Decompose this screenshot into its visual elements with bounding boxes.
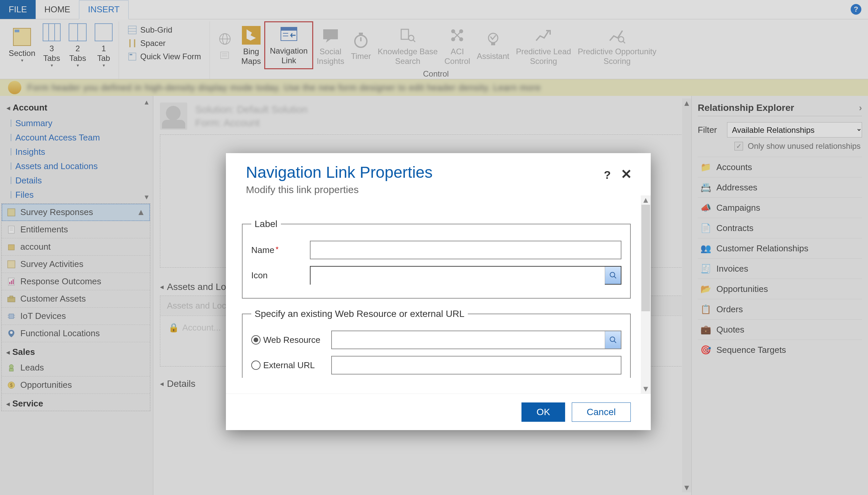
iframe-button[interactable] — [212, 21, 238, 69]
webresource-lookup-button[interactable] — [605, 331, 621, 348]
timer-button[interactable]: Timer — [347, 21, 374, 69]
sidebar-link-files[interactable]: Files — [5, 188, 153, 202]
nav-item-customer-assets[interactable]: Customer Assets — [2, 290, 150, 308]
two-tabs-button[interactable]: 2 Tabs▾ — [65, 21, 91, 68]
nav-item-opportunities[interactable]: $Opportunities — [2, 376, 150, 394]
predictive-lead-button[interactable]: Predictive Lead Scoring — [512, 21, 574, 69]
spacer-button[interactable]: Spacer — [124, 37, 169, 50]
svg-rect-54 — [10, 296, 13, 298]
dialog-close-icon[interactable]: ✕ — [621, 167, 632, 182]
entitlements-icon — [6, 225, 16, 235]
svg-rect-30 — [401, 29, 409, 39]
unused-checkbox[interactable]: ✓ — [734, 142, 743, 151]
ok-button[interactable]: OK — [522, 403, 565, 422]
svg-rect-7 — [95, 24, 112, 41]
sidebar-link-insights[interactable]: Insights — [5, 145, 153, 159]
navigation-link-button[interactable]: Navigation Link — [264, 21, 313, 69]
notes-icon — [215, 51, 234, 61]
quickview-button[interactable]: Quick View Form — [124, 50, 205, 63]
assistant-button[interactable]: Assistant — [474, 21, 512, 69]
rel-item-accounts[interactable]: 📁Accounts — [698, 157, 862, 177]
opportunity-icon: 📂 — [700, 284, 711, 294]
bing-maps-button[interactable]: Bing Maps — [238, 21, 264, 69]
scroll-up-icon[interactable]: ▲ — [142, 98, 151, 106]
sidebar-link-assets[interactable]: Assets and Locations — [5, 159, 153, 173]
rel-item-campaigns[interactable]: 📣Campaigns — [698, 198, 862, 218]
rel-item-sequence-targets[interactable]: 🎯Sequence Targets — [698, 340, 862, 360]
svg-rect-52 — [13, 279, 14, 284]
solution-label: Solution: Default Solution — [195, 104, 308, 115]
scroll-down-icon[interactable]: ▼ — [142, 193, 151, 201]
nav-item-functional-locations[interactable]: Functional Locations — [2, 325, 150, 342]
cancel-button[interactable]: Cancel — [572, 403, 631, 422]
aci-control-button[interactable]: ACI Control — [441, 21, 474, 69]
svg-rect-12 — [134, 39, 135, 47]
kb-search-button[interactable]: Knowledge Base Search — [375, 21, 441, 69]
radio-selected-icon — [251, 335, 261, 344]
dialog-title: Navigation Link Properties — [246, 163, 631, 182]
kb-icon — [398, 25, 417, 45]
svg-rect-26 — [323, 29, 338, 39]
svg-rect-2 — [43, 24, 60, 41]
tab-file[interactable]: FILE — [0, 0, 36, 19]
predictive-opp-button[interactable]: Predictive Opportunity Scoring — [574, 21, 660, 69]
lock-icon: 🔒 — [168, 323, 179, 333]
three-tabs-button[interactable]: 3 Tabs▾ — [39, 21, 65, 68]
form-navigation-sidebar: ▲ Account Summary Account Access Team In… — [0, 96, 153, 495]
webresource-input[interactable] — [332, 331, 605, 348]
nav-item-leads[interactable]: Leads — [2, 359, 150, 376]
svg-line-68 — [614, 341, 616, 343]
leads-icon — [6, 363, 16, 373]
name-input[interactable] — [310, 241, 621, 259]
nav-item-survey-activities[interactable]: Survey Activities — [2, 256, 150, 273]
radio-unselected-icon — [251, 360, 261, 370]
filter-select[interactable]: Available Relationships — [727, 122, 862, 137]
tab-home[interactable]: HOME — [36, 0, 79, 19]
dialog-scrollbar[interactable]: ▲▼ — [641, 195, 651, 393]
external-url-input[interactable] — [332, 357, 621, 374]
rel-item-invoices[interactable]: 🧾Invoices — [698, 258, 862, 279]
svg-line-32 — [413, 40, 415, 42]
rel-item-opportunities[interactable]: 📂Opportunities — [698, 279, 862, 299]
sidebar-entity-title[interactable]: Account — [5, 99, 153, 116]
sidebar-link-access-team[interactable]: Account Access Team — [5, 131, 153, 145]
svg-point-31 — [409, 35, 414, 40]
icon-input[interactable] — [311, 267, 605, 285]
sidebar-link-summary[interactable]: Summary — [5, 116, 153, 131]
tab-insert[interactable]: INSERT — [79, 0, 129, 19]
rel-item-quotes[interactable]: 💼Quotes — [698, 319, 862, 340]
nav-item-account[interactable]: account — [2, 238, 150, 256]
sidebar-link-details[interactable]: Details — [5, 173, 153, 188]
two-tabs-icon — [68, 23, 87, 42]
section-icon — [12, 27, 32, 47]
specify-fieldset: Specify an existing Web Resource or exte… — [242, 309, 631, 378]
rel-item-contracts[interactable]: 📄Contracts — [698, 218, 862, 238]
nav-item-iot-devices[interactable]: IoT Devices — [2, 308, 150, 325]
one-tab-button[interactable]: 1 Tab▾ — [91, 21, 117, 68]
rel-item-addresses[interactable]: 📇Addresses — [698, 177, 862, 198]
external-url-option[interactable]: External URL — [251, 360, 328, 371]
section-button[interactable]: Section▾ — [5, 21, 39, 68]
webresource-option[interactable]: Web Resource — [251, 335, 328, 345]
dialog-help-icon[interactable]: ? — [604, 168, 611, 182]
svg-rect-43 — [8, 209, 15, 216]
icon-lookup — [310, 266, 621, 285]
help-icon[interactable]: ? — [851, 4, 861, 15]
svg-rect-40 — [491, 42, 495, 45]
nav-item-response-outcomes[interactable]: Response Outcomes — [2, 273, 150, 290]
nav-item-entitlements[interactable]: Entitlements — [2, 221, 150, 238]
svg-point-60 — [10, 331, 13, 334]
subgrid-button[interactable]: Sub-Grid — [124, 23, 176, 37]
rel-item-customer-relationships[interactable]: 👥Customer Relationships — [698, 238, 862, 258]
svg-rect-47 — [8, 245, 14, 250]
icon-lookup-button[interactable] — [605, 267, 621, 284]
unused-label: Only show unused relationships — [748, 141, 861, 151]
nav-section-sales[interactable]: Sales — [2, 342, 150, 359]
nav-item-survey-responses[interactable]: Survey Responses ▲ — [2, 204, 150, 221]
chevron-right-icon[interactable]: › — [859, 103, 862, 113]
canvas-scrollbar[interactable]: ▲▼ — [682, 99, 691, 492]
rel-item-orders[interactable]: 📋Orders — [698, 299, 862, 319]
nav-section-service[interactable]: Service — [2, 394, 150, 411]
social-insights-button[interactable]: Social Insights — [313, 21, 347, 69]
svg-text:$: $ — [10, 382, 13, 388]
